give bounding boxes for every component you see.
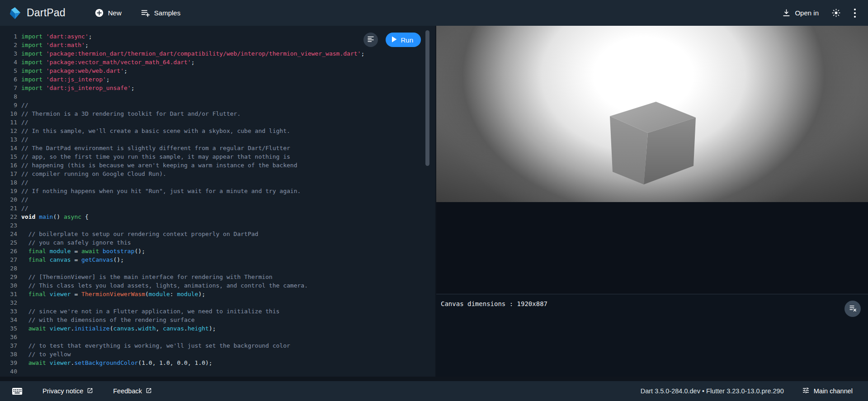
code-lines[interactable]: 1import 'dart:async';2import 'dart:math'… [0,26,435,376]
clear-console-icon [849,304,857,314]
version-text: Dart 3.5.0-284.0.dev • Flutter 3.23.0-13… [641,387,784,395]
privacy-notice-link[interactable]: Privacy notice [42,387,93,395]
code-line: 30 // This class lets you load assets, l… [0,281,435,290]
channel-button[interactable]: Main channel [802,387,853,396]
keyboard-icon[interactable] [12,387,23,396]
render-canvas[interactable] [436,26,868,202]
channel-label: Main channel [814,387,853,395]
console-panel: Canvas dimensions : 868x401 [436,294,868,377]
code-line: 20// [0,195,435,204]
code-line: 16// happening (this is because we aren'… [0,161,435,170]
brightness-icon[interactable] [831,8,841,18]
dart-logo-icon [8,6,22,20]
code-line: 22void main() async { [0,212,435,221]
open-in-button[interactable]: Open in [782,9,819,17]
add-circle-icon [94,8,104,18]
code-line: 28 [0,264,435,273]
open-in-new-icon [146,387,152,395]
clear-console-button[interactable] [844,301,861,317]
code-line: 10// Thermion is a 3D rendering toolkit … [0,109,435,118]
header: DartPad New Samples [0,0,868,26]
code-line: 8 [0,92,435,101]
code-line: 24 // boilerplate to setup our rendering… [0,230,435,238]
code-line: 40 [0,367,435,376]
code-line: 21// [0,204,435,212]
tune-icon [802,387,810,396]
play-icon [392,36,397,44]
editor-scrollbar[interactable] [425,30,429,166]
code-line: 6import 'dart:js_interop'; [0,75,435,84]
run-button[interactable]: Run [386,33,421,47]
app-title: DartPad [27,7,66,19]
open-in-new-icon [87,387,93,395]
code-line: 17// compiler running on Google Cloud Ru… [0,170,435,178]
console-output: Canvas dimensions : 868x401 [436,294,868,307]
open-in-label: Open in [795,9,819,17]
code-line: 18// [0,178,435,187]
feedback-label: Feedback [113,387,142,395]
code-line: 11// [0,118,435,127]
playlist-add-icon [141,8,150,18]
footer: Privacy notice Feedback Dart 3.5.0-284.0… [0,381,868,401]
header-right: Open in [782,8,856,18]
code-line: 38 // to yellow [0,350,435,359]
code-line: 23 [0,221,435,230]
code-line: 31 final viewer = ThermionViewerWasm(mod… [0,290,435,298]
code-line: 27 final canvas = getCanvas(); [0,255,435,264]
code-line: 39 await viewer.setBackgroundColor(1.0, … [0,359,435,367]
dartpad-app: DartPad New Samples [0,0,868,401]
code-line: 25 // you can safely ignore this [0,238,435,247]
code-line: 9// [0,101,435,109]
main: 1import 'dart:async';2import 'dart:math'… [0,26,868,377]
code-line: 4import 'package:vector_math/vector_math… [0,58,435,66]
format-button[interactable] [363,33,378,47]
code-line: 15// app, so the first time you run this… [0,152,435,161]
code-line: 12// In this sample, we'll create a basi… [0,127,435,135]
cube-3d [436,26,868,202]
code-line: 19// If nothing happens when you hit "Ru… [0,187,435,195]
code-line: 35 await viewer.initialize(canvas.width,… [0,324,435,333]
format-align-icon [367,35,375,45]
code-line: 26 final module = await bootstrap(); [0,247,435,255]
samples-label: Samples [154,9,180,17]
code-line: 33 // since we're not in a Flutter appli… [0,307,435,316]
new-label: New [108,9,122,17]
samples-button[interactable]: Samples [141,8,180,18]
code-line: 37 // to test that everything is working… [0,341,435,350]
code-line: 14// The DartPad environment is slightly… [0,144,435,152]
run-label: Run [401,36,413,44]
editor-actions: Run [363,33,421,47]
new-button[interactable]: New [94,8,122,18]
preview-pane: Canvas dimensions : 868x401 [436,26,868,377]
brand: DartPad [8,6,66,20]
feedback-link[interactable]: Feedback [113,387,152,395]
code-line: 5import 'package:web/web.dart'; [0,66,435,75]
code-line: 32 [0,298,435,307]
code-line: 36 [0,333,435,341]
code-line: 34 // with the dimensions of the renderi… [0,316,435,324]
code-line: 7import 'dart:js_interop_unsafe'; [0,84,435,92]
code-line: 3import 'package:thermion_dart/thermion_… [0,49,435,58]
download-icon [782,9,791,17]
code-line: 29 // [ThermionViewer] is the main inter… [0,273,435,281]
kebab-menu-icon[interactable] [854,8,856,18]
footer-right: Dart 3.5.0-284.0.dev • Flutter 3.23.0-13… [641,387,853,396]
editor-pane[interactable]: 1import 'dart:async';2import 'dart:math'… [0,26,435,377]
code-line: 13// [0,135,435,144]
privacy-notice-label: Privacy notice [42,387,83,395]
